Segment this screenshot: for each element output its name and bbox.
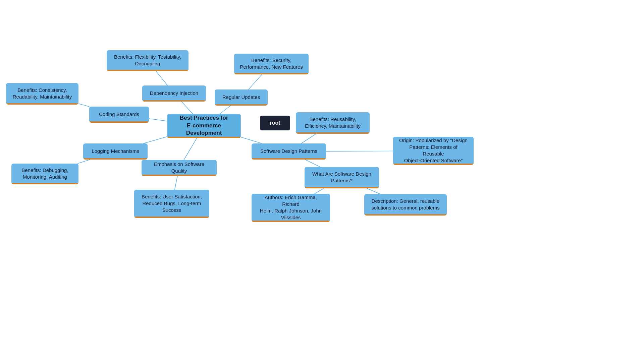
svg-line-11 [301, 134, 316, 143]
benefits-flex-label: Benefits: Flexibility, Testability,Decou… [114, 54, 181, 67]
origin-label: Origin: Popularized by "DesignPatterns: … [398, 137, 468, 164]
what-are-label: What Are Software DesignPatterns? [312, 171, 371, 184]
root-node: root [260, 116, 290, 130]
software-design-patterns-node: Software Design Patterns [252, 143, 326, 160]
benefits-reuse-label: Benefits: Reusability,Efficiency, Mainta… [305, 116, 361, 130]
benefits-debugging-node: Benefits: Debugging,Monitoring, Auditing [11, 164, 78, 184]
svg-line-1 [156, 71, 168, 85]
logging-mechanisms-node: Logging Mechanisms [83, 143, 148, 160]
authors-label: Authors: Erich Gamma, RichardHelm, Ralph… [257, 194, 325, 221]
svg-line-3 [78, 104, 89, 107]
svg-line-13 [326, 151, 393, 152]
description-node: Description: General, reusablesolutions … [364, 194, 447, 216]
svg-line-8 [220, 106, 231, 114]
coding-standards-node: Coding Standards [89, 107, 149, 123]
benefits-sec-label: Benefits: Security,Performance, New Feat… [240, 57, 303, 71]
dependency-injection-node: Dependency Injection [142, 85, 206, 102]
authors-node: Authors: Erich Gamma, RichardHelm, Ralph… [252, 194, 330, 222]
coding-label: Coding Standards [99, 111, 139, 118]
regular-updates-node: Regular Updates [215, 89, 268, 106]
svg-line-9 [249, 74, 262, 89]
dep-inj-label: Dependency Injection [150, 90, 198, 97]
benefits-consistency-node: Benefits: Consistency,Readability, Maint… [6, 83, 78, 105]
svg-line-15 [367, 188, 380, 194]
benefits-security-node: Benefits: Security,Performance, New Feat… [234, 54, 309, 74]
center-node: Best Practices forE-commerce Development [167, 114, 241, 138]
svg-line-10 [241, 137, 262, 143]
svg-line-4 [143, 137, 167, 143]
regular-updates-label: Regular Updates [222, 94, 260, 101]
svg-line-6 [184, 138, 197, 160]
what-are-patterns-node: What Are Software DesignPatterns? [305, 167, 379, 188]
svg-line-7 [175, 176, 177, 190]
center-label: Best Practices forE-commerce Development [172, 114, 235, 137]
svg-line-2 [149, 119, 167, 121]
svg-line-12 [305, 160, 320, 167]
emphasis-quality-node: Emphasis on Software Quality [142, 160, 217, 176]
benefits-user-label: Benefits: User Satisfaction,Reduced Bugs… [142, 193, 202, 214]
svg-line-14 [315, 188, 324, 194]
emphasis-label: Emphasis on Software Quality [147, 161, 211, 175]
benefits-reusability-node: Benefits: Reusability,Efficiency, Mainta… [296, 112, 370, 134]
origin-node: Origin: Popularized by "DesignPatterns: … [393, 137, 474, 165]
sdp-label: Software Design Patterns [260, 148, 317, 155]
benefits-debug-label: Benefits: Debugging,Monitoring, Auditing [21, 167, 68, 181]
benefits-cons-label: Benefits: Consistency,Readability, Maint… [13, 87, 72, 101]
logging-label: Logging Mechanisms [92, 148, 139, 155]
benefits-user-node: Benefits: User Satisfaction,Reduced Bugs… [134, 190, 209, 218]
benefits-flexibility-node: Benefits: Flexibility, Testability,Decou… [107, 50, 189, 71]
svg-line-5 [77, 160, 90, 164]
description-label: Description: General, reusablesolutions … [371, 198, 439, 212]
svg-line-0 [181, 102, 193, 114]
